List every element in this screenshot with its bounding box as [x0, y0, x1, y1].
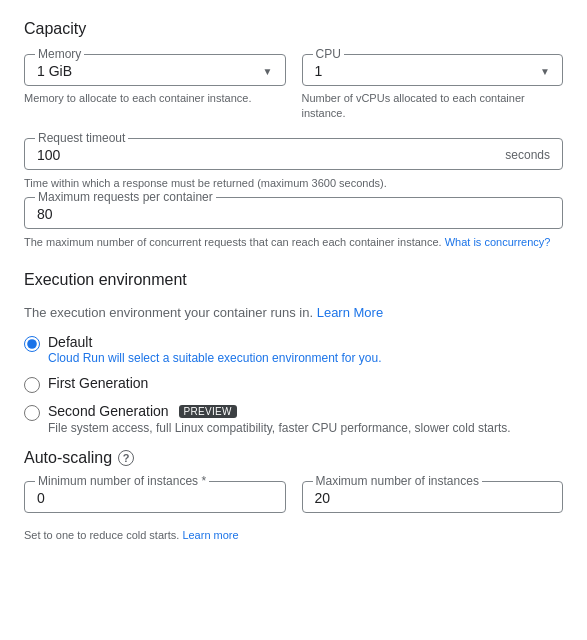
max-requests-hint: The maximum number of concurrent request… — [24, 235, 563, 250]
memory-field-group: Memory 1 GiB ▼ Memory to allocate to eac… — [24, 54, 286, 122]
capacity-section: Capacity Memory 1 GiB ▼ Memory to alloca… — [24, 20, 563, 251]
preview-badge: PREVIEW — [179, 405, 237, 418]
execution-env-section: Execution environment The execution envi… — [24, 271, 563, 435]
memory-value: 1 GiB — [37, 63, 72, 79]
radio-first-gen[interactable] — [24, 377, 40, 393]
radio-default-sublabel: Cloud Run will select a suitable executi… — [48, 351, 382, 365]
cpu-dropdown[interactable]: CPU 1 ▼ — [302, 54, 564, 86]
max-requests-field[interactable]: Maximum requests per container 80 — [24, 197, 563, 229]
min-instances-label: Minimum number of instances * — [35, 474, 209, 488]
radio-second-gen[interactable] — [24, 405, 40, 421]
request-timeout-field[interactable]: Request timeout 100 seconds — [24, 138, 563, 170]
radio-option-default: Default Cloud Run will select a suitable… — [24, 334, 563, 365]
max-requests-value: 80 — [37, 206, 53, 222]
memory-hint: Memory to allocate to each container ins… — [24, 91, 286, 106]
execution-env-desc: The execution environment your container… — [24, 305, 563, 320]
max-instances-label: Maximum number of instances — [313, 474, 482, 488]
autoscaling-hint: Set to one to reduce cold starts. Learn … — [24, 529, 563, 541]
max-instances-field[interactable]: Maximum number of instances 20 — [302, 481, 564, 513]
radio-option-first-gen: First Generation — [24, 375, 563, 393]
capacity-title: Capacity — [24, 20, 563, 38]
cpu-dropdown-arrow: ▼ — [540, 66, 550, 77]
radio-default[interactable] — [24, 336, 40, 352]
max-requests-label: Maximum requests per container — [35, 190, 216, 204]
autoscaling-help-icon[interactable]: ? — [118, 450, 134, 466]
autoscaling-title-row: Auto-scaling ? — [24, 449, 563, 467]
request-timeout-suffix: seconds — [505, 148, 550, 162]
radio-first-gen-label: First Generation — [48, 375, 148, 391]
min-instances-value: 0 — [37, 490, 45, 506]
radio-second-gen-label: Second Generation PREVIEW — [48, 403, 511, 419]
memory-label: Memory — [35, 47, 84, 61]
execution-env-title: Execution environment — [24, 271, 563, 289]
request-timeout-hint: Time within which a response must be ret… — [24, 176, 563, 191]
request-timeout-group: Request timeout 100 seconds Time within … — [24, 138, 563, 191]
memory-dropdown-arrow: ▼ — [263, 66, 273, 77]
memory-cpu-row: Memory 1 GiB ▼ Memory to allocate to eac… — [24, 54, 563, 122]
cpu-field-group: CPU 1 ▼ Number of vCPUs allocated to eac… — [302, 54, 564, 122]
min-instances-field[interactable]: Minimum number of instances * 0 — [24, 481, 286, 513]
request-timeout-value: 100 — [37, 147, 60, 163]
execution-learn-more-link[interactable]: Learn More — [317, 305, 383, 320]
min-instances-group: Minimum number of instances * 0 — [24, 481, 286, 513]
cpu-hint: Number of vCPUs allocated to each contai… — [302, 91, 564, 122]
memory-dropdown[interactable]: Memory 1 GiB ▼ — [24, 54, 286, 86]
cpu-label: CPU — [313, 47, 344, 61]
radio-default-label: Default — [48, 334, 382, 350]
max-instances-group: Maximum number of instances 20 — [302, 481, 564, 513]
autoscaling-section: Auto-scaling ? Minimum number of instanc… — [24, 449, 563, 541]
concurrency-link[interactable]: What is concurrency? — [445, 236, 551, 248]
request-timeout-label: Request timeout — [35, 131, 128, 145]
radio-second-gen-sublabel: File system access, full Linux compatibi… — [48, 421, 511, 435]
autoscaling-instances-row: Minimum number of instances * 0 Maximum … — [24, 481, 563, 513]
max-instances-value: 20 — [315, 490, 331, 506]
radio-option-second-gen: Second Generation PREVIEW File system ac… — [24, 403, 563, 435]
max-requests-group: Maximum requests per container 80 The ma… — [24, 197, 563, 250]
cpu-value: 1 — [315, 63, 323, 79]
autoscaling-title: Auto-scaling — [24, 449, 112, 467]
autoscaling-learn-more-link[interactable]: Learn more — [182, 529, 238, 541]
